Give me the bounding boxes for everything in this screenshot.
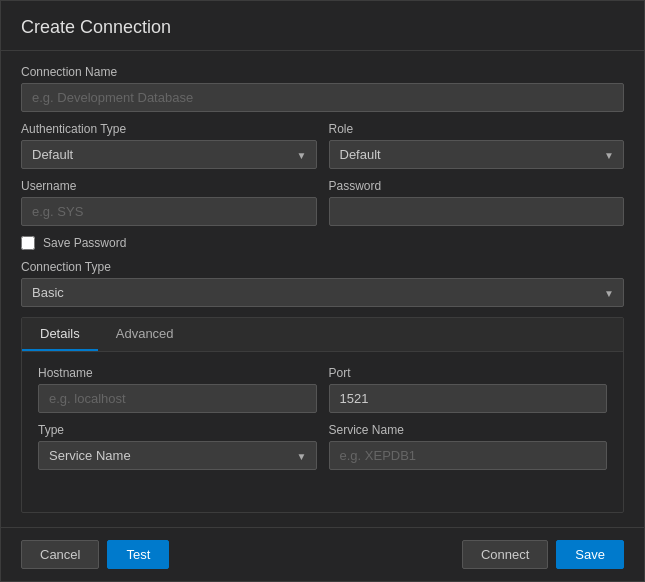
dialog-header: Create Connection (1, 1, 644, 51)
hostname-label: Hostname (38, 366, 317, 380)
type-select-wrapper: Service Name SID ▼ (38, 441, 317, 470)
test-button[interactable]: Test (107, 540, 169, 569)
role-field: Role Default SYSDBA SYSOPER ▼ (329, 122, 625, 169)
hostname-input[interactable] (38, 384, 317, 413)
role-select-wrapper: Default SYSDBA SYSOPER ▼ (329, 140, 625, 169)
auth-type-label: Authentication Type (21, 122, 317, 136)
auth-type-select[interactable]: Default OS Authentication Kerberos (21, 140, 317, 169)
connection-type-field: Connection Type Basic TNS LDAP ▼ (21, 260, 624, 307)
save-password-row: Save Password (21, 236, 624, 250)
connection-name-field: Connection Name (21, 65, 624, 112)
connection-type-select[interactable]: Basic TNS LDAP (21, 278, 624, 307)
password-label: Password (329, 179, 625, 193)
tabs-container: Details Advanced Hostname Port (21, 317, 624, 513)
service-name-label: Service Name (329, 423, 608, 437)
type-field: Type Service Name SID ▼ (38, 423, 317, 470)
cancel-button[interactable]: Cancel (21, 540, 99, 569)
save-password-label: Save Password (43, 236, 126, 250)
password-input[interactable] (329, 197, 625, 226)
tab-details[interactable]: Details (22, 318, 98, 351)
connection-name-label: Connection Name (21, 65, 624, 79)
save-button[interactable]: Save (556, 540, 624, 569)
tabs-header: Details Advanced (22, 318, 623, 352)
tab-advanced[interactable]: Advanced (98, 318, 192, 351)
port-label: Port (329, 366, 608, 380)
auth-type-field: Authentication Type Default OS Authentic… (21, 122, 317, 169)
save-password-checkbox[interactable] (21, 236, 35, 250)
dialog-footer: Cancel Test Connect Save (1, 527, 644, 581)
dialog-title: Create Connection (21, 17, 624, 38)
dialog-body: Connection Name Authentication Type Defa… (1, 51, 644, 527)
username-label: Username (21, 179, 317, 193)
password-field: Password (329, 179, 625, 226)
type-label: Type (38, 423, 317, 437)
hostname-field: Hostname (38, 366, 317, 413)
footer-left: Cancel Test (21, 540, 169, 569)
connection-type-select-wrapper: Basic TNS LDAP ▼ (21, 278, 624, 307)
footer-right: Connect Save (462, 540, 624, 569)
role-select[interactable]: Default SYSDBA SYSOPER (329, 140, 625, 169)
create-connection-dialog: Create Connection Connection Name Authen… (0, 0, 645, 582)
user-pass-row: Username Password (21, 179, 624, 226)
tabs-body-details: Hostname Port Type Service Name (22, 352, 623, 484)
connection-name-input[interactable] (21, 83, 624, 112)
service-name-input[interactable] (329, 441, 608, 470)
type-select[interactable]: Service Name SID (38, 441, 317, 470)
connect-button[interactable]: Connect (462, 540, 548, 569)
type-service-row: Type Service Name SID ▼ Service Name (38, 423, 607, 470)
connection-type-label: Connection Type (21, 260, 624, 274)
username-field: Username (21, 179, 317, 226)
role-label: Role (329, 122, 625, 136)
hostname-port-row: Hostname Port (38, 366, 607, 413)
auth-type-select-wrapper: Default OS Authentication Kerberos ▼ (21, 140, 317, 169)
username-input[interactable] (21, 197, 317, 226)
port-field: Port (329, 366, 608, 413)
service-name-field: Service Name (329, 423, 608, 470)
auth-role-row: Authentication Type Default OS Authentic… (21, 122, 624, 169)
port-input[interactable] (329, 384, 608, 413)
